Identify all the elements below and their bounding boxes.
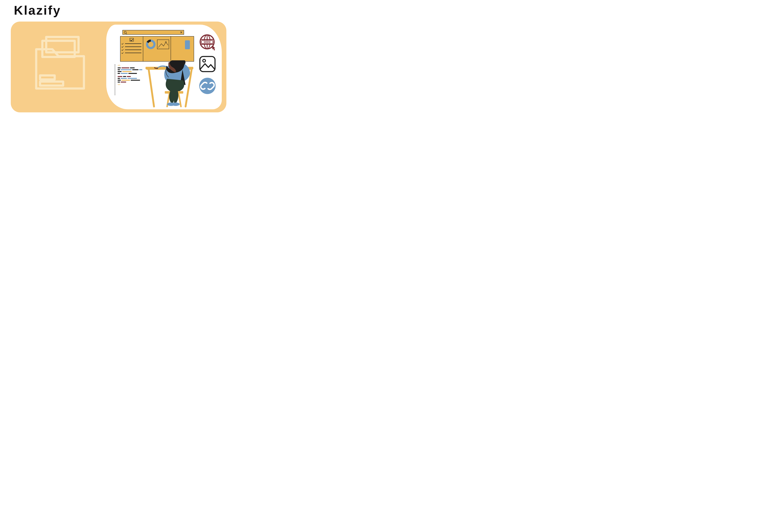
svg-rect-1 — [40, 82, 63, 86]
svg-point-17 — [199, 78, 216, 94]
brand-title: Klazify — [14, 3, 61, 18]
chart-panel — [143, 36, 171, 62]
svg-text:WWW: WWW — [204, 41, 211, 43]
hero-card: </> </> — [11, 22, 226, 112]
illustration-scene: </> </> — [106, 25, 222, 109]
svg-point-16 — [203, 59, 206, 62]
svg-rect-0 — [40, 75, 55, 79]
checklist-panel — [120, 36, 143, 62]
checkbox-icon — [130, 38, 134, 41]
dashboard-graphic — [120, 36, 194, 62]
folder-icon — [34, 34, 86, 91]
image-icon — [198, 55, 216, 73]
person-at-desk-illustration — [139, 60, 199, 108]
device-panel — [171, 36, 194, 62]
www-globe-icon: WWW — [198, 33, 216, 51]
search-icon — [124, 31, 126, 34]
icon-stack: WWW — [197, 33, 217, 95]
close-icon — [180, 31, 182, 34]
donut-chart-icon — [146, 40, 155, 49]
line-chart-icon — [157, 40, 169, 49]
phone-icon — [185, 40, 190, 49]
svg-point-7 — [172, 103, 180, 106]
svg-rect-15 — [200, 56, 215, 72]
link-icon — [198, 77, 216, 95]
svg-point-2 — [165, 42, 166, 43]
search-bar-graphic — [122, 30, 184, 35]
